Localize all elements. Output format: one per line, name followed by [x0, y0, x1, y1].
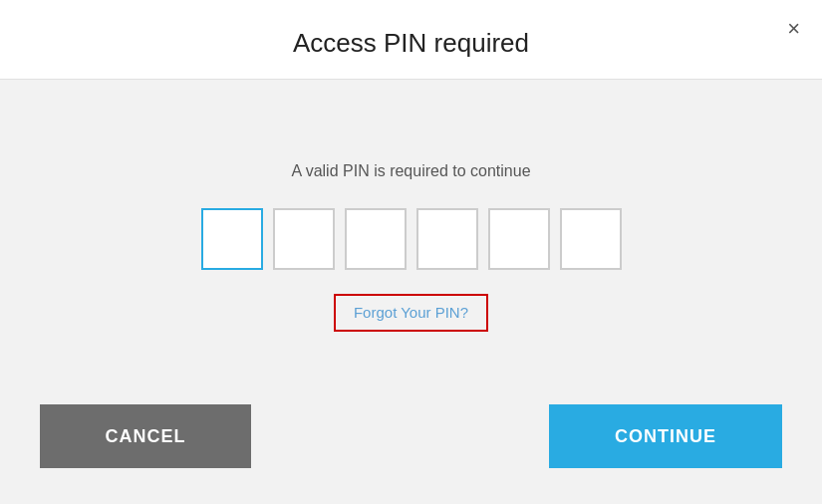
pin-input-group: [201, 208, 622, 270]
pin-input-2[interactable]: [273, 208, 335, 270]
pin-input-5[interactable]: [488, 208, 550, 270]
pin-input-6[interactable]: [560, 208, 622, 270]
pin-input-1[interactable]: [201, 208, 263, 270]
close-button[interactable]: ×: [787, 18, 800, 40]
forgot-pin-button[interactable]: Forgot Your PIN?: [354, 304, 468, 321]
cancel-button[interactable]: CANCEL: [40, 404, 251, 468]
pin-input-4[interactable]: [416, 208, 478, 270]
modal-dialog: Access PIN required × A valid PIN is req…: [0, 0, 822, 504]
pin-input-3[interactable]: [345, 208, 407, 270]
modal-header: Access PIN required ×: [0, 0, 822, 80]
subtitle-text: A valid PIN is required to continue: [291, 162, 530, 180]
modal-body: A valid PIN is required to continue Forg…: [0, 80, 822, 404]
continue-button[interactable]: CONTINUE: [549, 404, 782, 468]
modal-title: Access PIN required: [0, 28, 822, 59]
modal-footer: CANCEL CONTINUE: [0, 404, 822, 504]
forgot-pin-wrapper: Forgot Your PIN?: [334, 294, 488, 332]
